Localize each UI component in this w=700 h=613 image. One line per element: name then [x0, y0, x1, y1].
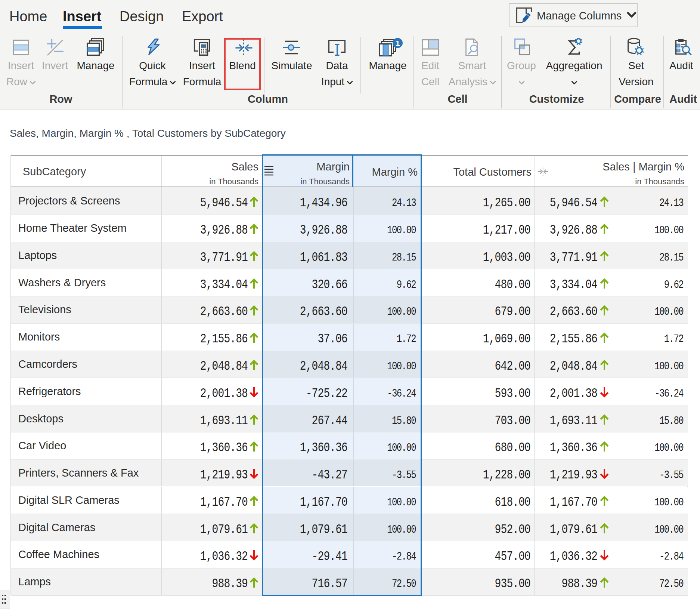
svg-text:1: 1 [396, 39, 400, 47]
